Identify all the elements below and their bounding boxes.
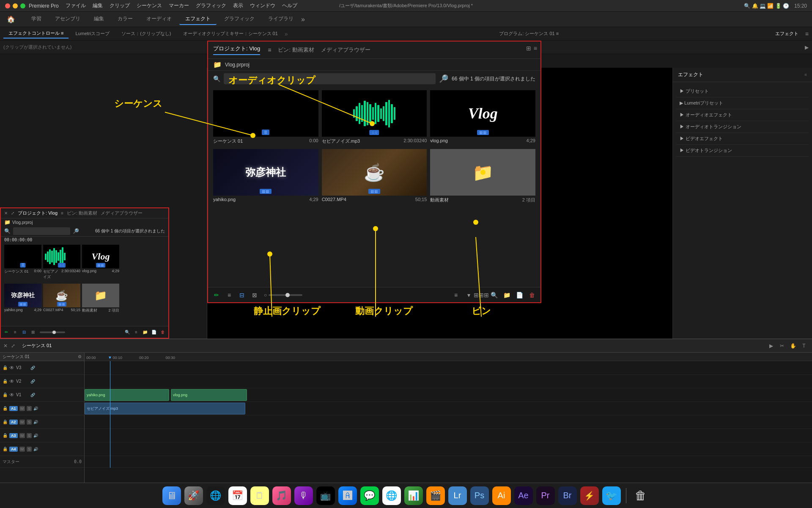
effects-item-audio-trans[interactable]: ▶ オーディオトランジション [676,121,809,133]
lock-a4[interactable]: 🔒 [3,447,8,451]
tl-hand-tool[interactable]: ✋ [788,341,798,351]
tab-audio[interactable]: オーディオ [140,14,178,25]
dock-finder[interactable]: 🖥 [162,486,181,505]
thumb-item-yahiko[interactable]: 弥彦神社 ▦▦ yahiko.png 4;29 [213,149,318,204]
dock-unknown[interactable]: ⚡ [580,486,599,505]
tl-sequence-tab[interactable]: シーケンス 01 [22,342,52,349]
small-tb-storyboard[interactable]: ⊠ [29,329,37,336]
tb-new-item-btn[interactable]: 📄 [514,290,524,300]
tb-search-btn[interactable]: 🔍 [489,290,499,300]
dock-chrome[interactable]: 🌐 [382,486,401,505]
clip-v1-1[interactable]: yahiko.png [85,389,169,401]
mute-a4[interactable]: M [19,447,25,452]
dock-lightroom[interactable]: Lr [448,486,467,505]
tb-sort-btn[interactable]: ≡ [451,290,461,300]
small-tb-search[interactable]: 🔍 [123,329,131,336]
search-browse-icon[interactable]: 🔎 [439,74,448,83]
small-bin-tab[interactable]: ビン: 動画素材 [67,210,97,216]
expand-icon[interactable]: ▶ [805,44,809,50]
clip-v1-2[interactable]: vlog.png [171,389,247,401]
thumb-item-c0027[interactable]: ☕ ▦▦ C0027.MP4 50;15 [322,149,427,204]
dock-illustrator[interactable]: Ai [492,486,511,505]
panel-effect-right[interactable]: エフェクト [770,29,804,38]
vol-a4[interactable]: 🔊 [33,447,38,451]
project-menu-icon[interactable]: ≡ [268,47,271,53]
effects-item-presets[interactable]: ▶ プリセット [676,86,809,97]
tl-text-tool[interactable]: T [799,341,809,351]
small-thumb-yahiko[interactable]: 弥彦神社 ▦▦ yahiko.png 4;29 [4,284,41,314]
menu-view[interactable]: 表示 [233,2,243,9]
project-tab-active[interactable]: プロジェクト: Vlog [213,45,260,55]
tab-edit[interactable]: 編集 [88,14,110,25]
sync-lock-v1[interactable]: 🔗 [30,393,35,397]
small-thumb-sequence[interactable]: ≣ シーケンス 01 0:00 [4,245,41,280]
small-tb-delete[interactable]: 🗑 [159,329,167,336]
lock-v3[interactable]: 🔒 [3,365,8,370]
sync-lock-v2[interactable]: 🔗 [30,379,35,384]
lock-a2[interactable]: 🔒 [3,420,8,424]
small-thumb-folder2[interactable]: 📁 動画素材 2 項目 [82,284,119,314]
panel-chevron[interactable]: » [285,30,288,37]
solo-a2[interactable]: S [27,420,32,425]
menu-edit[interactable]: 編集 [93,2,103,9]
effects-item-audio[interactable]: ▶ オーディオエフェクト [676,109,809,121]
dock-photoshop[interactable]: Ps [470,486,489,505]
vol-a2[interactable]: 🔊 [33,420,38,424]
tab-assembly[interactable]: アセンブリ [49,14,86,25]
tb-list-btn[interactable]: ≡ [224,290,234,300]
solo-a1[interactable]: S [27,406,32,411]
sync-lock-v3[interactable]: 🔗 [30,366,35,370]
dock-podcasts[interactable]: 🎙 [294,486,313,505]
dock-line[interactable]: 💬 [360,486,379,505]
tab-color[interactable]: カラー [112,14,139,25]
small-tb-sort[interactable]: ≡ [132,329,140,336]
small-panel-expand[interactable]: ⤢ [11,211,14,215]
minimize-button[interactable] [13,3,18,8]
lock-v2[interactable]: 🔒 [3,379,8,384]
tab-learn[interactable]: 学習 [25,14,47,25]
tl-expand[interactable]: ⤢ [11,343,15,349]
panel-settings-icon[interactable]: ≡ [805,30,809,37]
tl-settings-icon[interactable]: ⚙ [78,354,82,359]
small-project-tab[interactable]: プロジェクト: Vlog [18,210,58,216]
tb-storyboard-btn[interactable]: ⊠ [250,290,260,300]
dock-appletv[interactable]: 📺 [316,486,335,505]
dock-itunes[interactable]: 🎵 [272,486,291,505]
close-button[interactable] [5,3,10,8]
dock-numbers[interactable]: 📊 [404,486,423,505]
workspace-more[interactable]: » [301,16,305,23]
tab-graphics[interactable]: グラフィック [218,14,261,25]
small-menu-icon[interactable]: ≡ [61,211,63,215]
dock-trash[interactable]: 🗑 [631,486,650,505]
list-view-icon[interactable]: ≡ [534,45,537,52]
menu-graphics[interactable]: グラフィック [196,2,226,9]
tl-razor-tool[interactable]: ✂ [777,341,787,351]
mute-a2[interactable]: M [19,420,25,425]
dock-appstore[interactable]: 🅰 [338,486,357,505]
lock-a3[interactable]: 🔒 [3,433,8,438]
small-search-browse[interactable]: 🔎 [73,228,79,234]
dock-vlc[interactable]: 🎬 [426,486,445,505]
project-search-input[interactable] [224,73,436,84]
clip-a1-1[interactable]: セピアノイズ.mp3 [85,403,245,414]
small-tb-pen[interactable]: ✏ [3,329,10,336]
small-tb-new-item[interactable]: 📄 [150,329,158,336]
small-tb-grid[interactable]: ⊟ [20,329,28,336]
lock-v1[interactable]: 🔒 [3,392,8,397]
zoom-slider[interactable] [269,294,302,296]
panel-audio-mixer[interactable]: オーディオクリップミキサー：シーケンス 01 [178,29,283,38]
menu-clip[interactable]: クリップ [110,2,130,9]
small-zoom-slider[interactable] [40,331,65,333]
tl-close[interactable]: ✕ [3,343,8,349]
thumb-item-audio[interactable]: ♫♫ セピアノイズ.mp3 2:30:03240 [322,90,427,146]
small-panel-collapse[interactable]: ✕ [4,211,8,215]
thumb-item-sequence[interactable]: ≣ シーケンス 01 0:00 [213,90,318,146]
project-bin-tab[interactable]: ビン: 動画素材 [278,46,314,54]
solo-a3[interactable]: S [27,433,32,438]
tl-select-tool[interactable]: ▶ [766,341,776,351]
small-media-tab[interactable]: メディアブラウザー [101,210,143,216]
menu-window[interactable]: ウィンドウ [250,2,275,9]
small-tb-new-folder[interactable]: 📁 [141,329,149,336]
menu-file[interactable]: ファイル [66,2,86,9]
effects-item-video[interactable]: ▶ ビデオエフェクト [676,133,809,145]
